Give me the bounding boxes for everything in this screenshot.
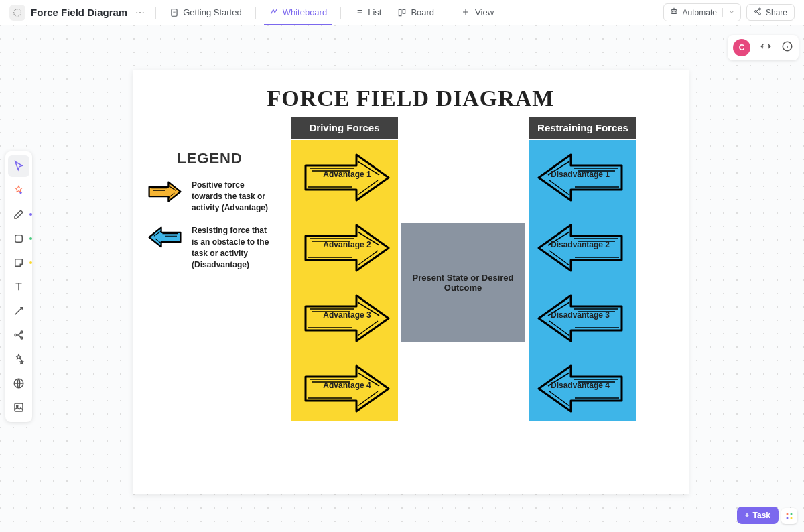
svg-point-20 [787, 517, 789, 519]
share-icon [754, 7, 762, 17]
svg-point-21 [791, 517, 793, 519]
svg-point-5 [672, 11, 673, 12]
svg-point-9 [758, 13, 760, 15]
tab-label: Whiteboard [283, 7, 327, 17]
center-state-box[interactable]: Present State or Desired Outcome [401, 223, 525, 342]
arrow-label: Disadvantage 4 [533, 381, 627, 390]
tab-label: List [368, 7, 381, 17]
whiteboard-canvas[interactable]: C FORCE FIELD DIAGRAM LEGEND Positive fo… [0, 25, 804, 532]
legend-title: LEGEND [146, 150, 273, 168]
plus-icon [462, 8, 471, 17]
svg-point-19 [791, 513, 793, 515]
select-tool[interactable] [8, 155, 29, 177]
restraining-arrow[interactable]: Disadvantage 2 [533, 216, 627, 268]
list-icon [354, 8, 364, 17]
board-icon [397, 8, 407, 17]
apps-button[interactable] [781, 508, 797, 524]
canvas-controls: C [728, 35, 799, 60]
web-tool[interactable] [8, 373, 29, 394]
info-icon[interactable] [781, 40, 793, 55]
tab-board[interactable]: Board [392, 0, 440, 25]
sticky-tool[interactable] [8, 252, 29, 273]
restraining-arrow[interactable]: Disadvantage 4 [533, 356, 627, 409]
shape-tool[interactable] [8, 228, 29, 249]
arrow-label: Advantage 4 [300, 381, 394, 390]
legend-positive-arrow-icon [146, 180, 184, 213]
tab-label: View [475, 7, 494, 17]
user-avatar[interactable]: C [733, 39, 750, 56]
svg-point-6 [675, 11, 675, 12]
arrow-label: Advantage 2 [300, 240, 394, 249]
arrow-label: Disadvantage 1 [533, 170, 627, 179]
doc-icon [9, 5, 25, 21]
svg-point-0 [14, 9, 21, 16]
ai-tool[interactable] [8, 348, 29, 370]
svg-point-7 [758, 8, 760, 10]
text-tool[interactable] [8, 276, 29, 297]
generate-tool[interactable] [8, 180, 29, 201]
automate-button[interactable]: Automate [663, 3, 741, 21]
chevron-down-icon[interactable] [722, 8, 735, 17]
fit-width-icon[interactable] [760, 40, 772, 55]
driving-arrow[interactable]: Advantage 2 [300, 216, 394, 268]
svg-point-17 [17, 405, 18, 407]
task-label: Task [753, 511, 770, 520]
svg-point-14 [21, 337, 23, 339]
svg-rect-11 [15, 235, 23, 243]
tab-label: Getting Started [183, 7, 241, 17]
doc-outline-icon [170, 8, 179, 17]
legend-negative-text: Resisting force that is an obstacle to t… [192, 225, 273, 270]
arrow-label: Advantage 3 [300, 310, 394, 320]
restraining-arrow[interactable]: Disadvantage 1 [533, 145, 627, 198]
legend-positive-text: Positive force towards the task or activ… [192, 180, 273, 213]
arrow-label: Disadvantage 2 [533, 240, 627, 249]
legend: LEGEND Positive force towards the task o… [146, 150, 273, 283]
svg-point-18 [787, 513, 789, 515]
svg-point-13 [21, 331, 23, 333]
connector-tool[interactable] [8, 300, 29, 322]
diagram-board[interactable]: FORCE FIELD DIAGRAM LEGEND Positive forc… [133, 70, 689, 494]
mindmap-tool[interactable] [8, 324, 29, 346]
plus-icon: + [745, 511, 750, 520]
task-button[interactable]: + Task [737, 507, 779, 524]
image-tool[interactable] [8, 397, 29, 418]
driving-arrow[interactable]: Advantage 3 [300, 286, 394, 338]
board-title: FORCE FIELD DIAGRAM [153, 86, 669, 111]
arrow-label: Advantage 1 [300, 170, 394, 179]
svg-rect-16 [15, 403, 23, 411]
driving-arrow[interactable]: Advantage 1 [300, 145, 394, 198]
tab-add-view[interactable]: View [456, 0, 499, 25]
more-icon[interactable]: ⋯ [133, 7, 147, 18]
automate-label: Automate [683, 8, 717, 17]
legend-negative-arrow-icon [146, 225, 184, 270]
tab-list[interactable]: List [349, 0, 387, 25]
tab-getting-started[interactable]: Getting Started [164, 0, 247, 25]
restraining-header: Restraining Forces [529, 117, 636, 139]
svg-rect-2 [399, 9, 402, 15]
robot-icon [669, 7, 679, 18]
doc-title[interactable]: Force Field Diagram [31, 7, 127, 18]
svg-rect-3 [403, 9, 406, 13]
driving-arrow[interactable]: Advantage 4 [300, 356, 394, 409]
share-label: Share [766, 8, 787, 17]
tab-whiteboard[interactable]: Whiteboard [264, 0, 332, 25]
app-header: Force Field Diagram ⋯ Getting Started Wh… [0, 0, 804, 25]
svg-point-12 [15, 334, 17, 336]
restraining-arrow[interactable]: Disadvantage 3 [533, 286, 627, 338]
pen-tool[interactable] [8, 204, 29, 225]
svg-point-8 [754, 11, 756, 13]
share-button[interactable]: Share [746, 4, 795, 21]
arrow-label: Disadvantage 3 [533, 310, 627, 320]
tab-label: Board [411, 7, 434, 17]
left-toolbar [5, 151, 32, 422]
driving-header: Driving Forces [291, 117, 398, 139]
restraining-column: Restraining Forces Disadvantage 1Disadva… [529, 117, 636, 421]
whiteboard-icon [269, 8, 279, 17]
driving-column: Driving Forces Advantage 1Advantage 2Adv… [291, 117, 398, 421]
